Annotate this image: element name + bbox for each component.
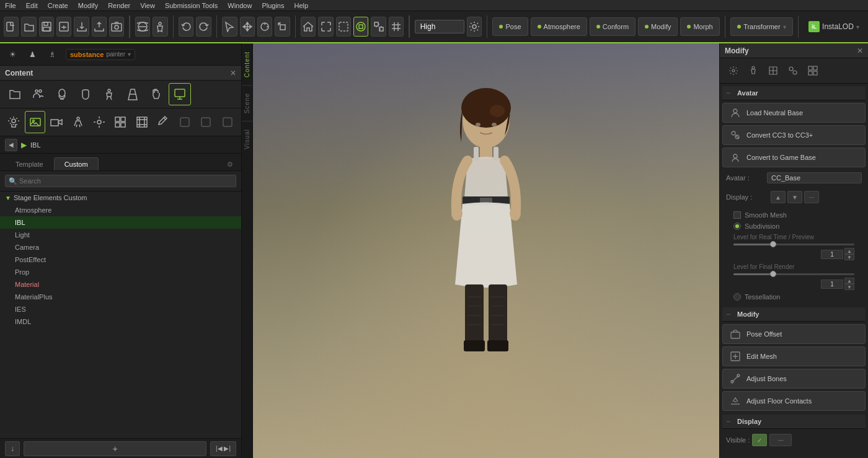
new-button[interactable] <box>4 17 19 37</box>
icon-pose-anim[interactable] <box>68 111 87 133</box>
menu-window[interactable]: Window <box>225 2 254 9</box>
search-input[interactable] <box>5 175 236 187</box>
render-spinner[interactable] <box>821 280 843 289</box>
nav-back[interactable]: ◀ <box>5 139 17 151</box>
morph-view[interactable] <box>371 17 386 37</box>
home-view[interactable] <box>301 17 316 37</box>
nav-folder[interactable]: ▶ <box>21 141 27 149</box>
tree-item-prop[interactable]: Prop <box>0 266 241 278</box>
tree-item-posteffect[interactable]: PostEffect <box>0 253 241 266</box>
frame-button[interactable] <box>336 17 351 37</box>
icon-dress[interactable] <box>122 83 144 105</box>
icon-blank3[interactable] <box>218 111 237 133</box>
select-tool[interactable] <box>222 17 237 37</box>
icon-people[interactable] <box>27 83 50 105</box>
menu-file[interactable]: File <box>2 2 19 9</box>
viewport[interactable] <box>253 43 719 458</box>
tree-group-header[interactable]: ▼ Stage Elements Custom <box>0 192 241 204</box>
transformer-button[interactable]: Transformer ▾ <box>730 17 793 36</box>
modify-button[interactable]: Modify <box>638 17 678 36</box>
tree-item-imdl[interactable]: IMDL <box>0 315 241 328</box>
side-tab-visual[interactable]: Visual <box>242 121 252 157</box>
tessellation-radio[interactable] <box>733 293 741 301</box>
realtime-spinner[interactable] <box>821 250 843 259</box>
tree-item-camera[interactable]: Camera <box>0 241 241 253</box>
icon-folder[interactable] <box>4 83 26 105</box>
render-preview[interactable] <box>353 17 368 37</box>
render-spin-down[interactable]: ▼ <box>844 284 854 290</box>
tab-template[interactable]: Template <box>5 157 54 170</box>
icon-camera[interactable] <box>46 111 66 133</box>
undo-button[interactable] <box>179 17 193 37</box>
menu-modify[interactable]: Modify <box>76 2 100 9</box>
bottom-down-btn[interactable]: ↓ <box>5 441 20 456</box>
character-button[interactable] <box>153 17 167 37</box>
menu-plugins[interactable]: Plugins <box>259 2 286 9</box>
icon-scene[interactable] <box>89 111 109 133</box>
save-button[interactable] <box>39 17 54 37</box>
right-icon-pose[interactable] <box>745 62 762 79</box>
menu-view[interactable]: View <box>138 2 157 9</box>
right-icon-grid[interactable] <box>804 62 822 79</box>
menu-render[interactable]: Render <box>105 2 133 9</box>
realtime-spin-up[interactable]: ▲ <box>844 248 854 254</box>
render-slider[interactable] <box>727 272 861 276</box>
icon-image[interactable] <box>25 111 45 133</box>
edit-mesh-btn[interactable]: Edit Mesh <box>722 346 866 366</box>
display-down-btn[interactable]: ▼ <box>787 191 802 203</box>
convert-game-btn[interactable]: Convert to Game Base <box>722 148 866 167</box>
menu-create[interactable]: Create <box>45 2 71 9</box>
tab-settings-btn[interactable]: ⚙ <box>224 158 236 170</box>
icon-head[interactable] <box>51 83 73 105</box>
adjust-floor-btn[interactable]: Adjust Floor Contacts <box>722 391 866 411</box>
display-section-header[interactable]: − Display <box>722 415 866 429</box>
pose-offset-btn[interactable]: Pose Offset <box>722 324 866 344</box>
realtime-slider[interactable] <box>727 242 861 247</box>
tree-item-ibl[interactable]: IBL <box>0 216 241 229</box>
right-icon-morph[interactable] <box>784 62 802 79</box>
avatar-section-header[interactable]: − Avatar <box>722 86 866 100</box>
tree-item-materialplus[interactable]: MaterialPlus <box>0 291 241 303</box>
render-spin-up[interactable]: ▲ <box>844 278 854 284</box>
bottom-add-btn[interactable]: + <box>24 441 206 456</box>
atmosphere-button[interactable]: Atmosphere <box>531 17 587 36</box>
right-icon-mesh[interactable] <box>764 62 782 79</box>
content-close[interactable]: ✕ <box>230 69 236 77</box>
open-button[interactable] <box>21 17 36 37</box>
menu-edit[interactable]: Edit <box>24 2 40 9</box>
move-tool[interactable] <box>240 17 255 37</box>
smooth-mesh-checkbox[interactable] <box>733 211 741 219</box>
menu-submission-tools[interactable]: Submission Tools <box>162 2 220 9</box>
bottom-import-btn[interactable]: |◀ ▶| <box>210 441 236 456</box>
icon-light[interactable] <box>4 111 24 133</box>
icon-figure3d[interactable] <box>169 83 191 105</box>
visible-toggle[interactable]: ✓ <box>752 434 767 446</box>
icon-edit[interactable] <box>153 111 173 133</box>
side-tab-content[interactable]: Content <box>242 43 252 85</box>
load-neutral-btn[interactable]: Load Neutral Base <box>722 103 866 123</box>
icon-hands[interactable] <box>145 83 167 105</box>
icon-grid[interactable] <box>110 111 130 133</box>
convert-cc3-btn[interactable]: Convert CC3 to CC3+ <box>722 125 866 145</box>
modify-section-header[interactable]: − Modify <box>722 307 866 322</box>
subdivision-radio[interactable] <box>733 222 741 230</box>
import-button[interactable] <box>74 17 89 37</box>
tree-item-atmosphere[interactable]: Atmosphere <box>0 204 241 216</box>
conform-button[interactable]: Conform <box>590 17 636 36</box>
instalod-button[interactable]: iL InstaLOD ▾ <box>804 21 864 32</box>
avatar-value[interactable]: CC_Base <box>767 172 862 183</box>
tree-item-material[interactable]: Material <box>0 278 241 291</box>
redo-button[interactable] <box>196 17 211 37</box>
export-button[interactable] <box>92 17 107 37</box>
zoom-fit[interactable] <box>318 17 333 37</box>
tab-custom[interactable]: Custom <box>54 157 99 170</box>
figure-sub-btn[interactable]: ♟ <box>24 46 41 63</box>
icon-body[interactable] <box>98 83 120 105</box>
right-close[interactable]: ✕ <box>857 46 863 55</box>
icon-hair[interactable] <box>74 83 97 105</box>
display-more-btn[interactable]: ··· <box>804 191 819 203</box>
sun-sub-btn[interactable]: ☀ <box>4 46 21 63</box>
adjust-bones-btn[interactable]: Adjust Bones <box>722 369 866 389</box>
quality-dropdown[interactable]: Low Medium High Ultra <box>415 20 464 33</box>
menu-help[interactable]: Help <box>291 2 311 9</box>
